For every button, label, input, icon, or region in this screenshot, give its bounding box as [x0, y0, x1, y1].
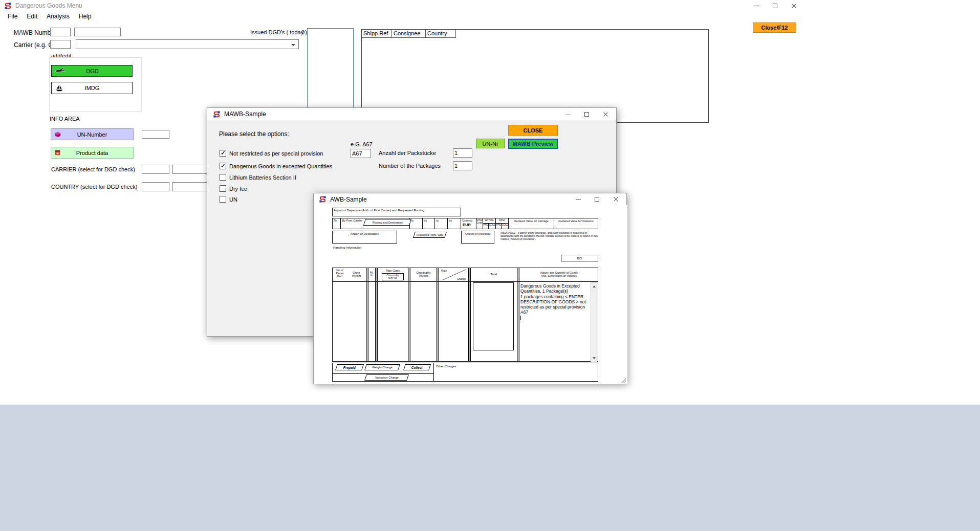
bci-box: BCI: [561, 255, 598, 261]
goods-scrollbar[interactable]: [591, 282, 597, 362]
airport-destination-label: Airport of Destination: [333, 231, 397, 235]
dgd-button[interactable]: DGD: [51, 65, 133, 77]
scroll-down-button[interactable]: [591, 355, 597, 362]
valuation-charge-tab: Valuation Charge: [364, 374, 409, 381]
valuation-charge-label: Valuation Charge: [375, 376, 399, 379]
airport-destination-box: Airport of Destination: [332, 231, 397, 244]
anzahl-packstuecke-input[interactable]: [453, 148, 472, 158]
mawb-dialog-controls: [558, 108, 615, 120]
column-header-consignee[interactable]: Consignee: [392, 30, 426, 38]
coll-label: COLL: [489, 224, 495, 229]
checkbox-un[interactable]: [220, 196, 226, 203]
other-label: Other: [496, 218, 508, 222]
charges-divider: [433, 363, 434, 381]
prepaid-label: Prepaid: [343, 366, 356, 369]
maximize-button[interactable]: [766, 0, 785, 11]
product-box-icon: [54, 149, 61, 156]
menu-file[interactable]: File: [3, 12, 22, 21]
provision-input[interactable]: [351, 149, 371, 158]
maximize-button[interactable]: [577, 108, 596, 120]
window-title: AWB-Sample: [330, 196, 367, 203]
close-icon: [603, 112, 608, 117]
column-header-country[interactable]: Country: [426, 30, 456, 38]
header-divider-line: [333, 281, 598, 282]
by-small-label: by: [423, 218, 434, 222]
scroll-up-button[interactable]: [591, 283, 597, 290]
routing-destination-tab: Routing and Destination: [363, 219, 411, 226]
issued-dgd-listbox[interactable]: [307, 28, 354, 108]
resize-grip[interactable]: [621, 378, 626, 383]
checkbox-not-restricted[interactable]: [220, 150, 226, 157]
anzahl-packstuecke-label: Anzahl der Packstücke: [379, 150, 436, 156]
routing-row: To By First Carrier to by to by Currency…: [332, 218, 598, 229]
minimize-button[interactable]: [558, 108, 577, 120]
checkbox-lithium-batteries[interactable]: [220, 174, 226, 181]
main-window-controls: [747, 0, 803, 11]
goods-description-text: Dangerous Goods in Excepted Quantities, …: [520, 283, 587, 315]
requested-flight-tab: Requested Flight / Date: [413, 232, 447, 238]
close-icon: [613, 196, 619, 202]
bci-label: BCI: [577, 257, 582, 260]
main-title-bar[interactable]: Dangerous Goods Menu: [0, 0, 980, 11]
checkbox-excepted-quantities-label: Dangerous Goods in excepted Quantities: [229, 163, 332, 169]
close-button[interactable]: [596, 108, 615, 120]
issued-dgd-count: 0: [301, 29, 304, 35]
to-label: To: [333, 218, 340, 222]
routing-destination-label: Routing and Destination: [373, 221, 403, 224]
imdg-button[interactable]: IMDG: [51, 82, 133, 94]
menu-analysis[interactable]: Analysis: [42, 12, 74, 21]
example-provision-label: e.G. A67: [351, 141, 373, 147]
close-button[interactable]: [606, 193, 625, 205]
column-header-chargeable-weight: Chargeable Weight: [410, 271, 437, 277]
carrier-combobox[interactable]: [76, 39, 299, 49]
carrier-check-code-input[interactable]: [142, 165, 169, 174]
chgs-code-label: CHGS Code: [476, 218, 483, 224]
carrier-code-input[interactable]: [50, 40, 71, 49]
coll-label: COLL: [502, 224, 508, 229]
un-nr-button[interactable]: UN-Nr: [476, 139, 505, 148]
airport-departure-label: Airport of Departure (Addr. of First Car…: [333, 208, 461, 212]
mawb-number-input[interactable]: [74, 28, 121, 36]
minimize-button[interactable]: [569, 193, 587, 205]
minimize-button[interactable]: [747, 0, 766, 11]
un-number-input[interactable]: [142, 130, 169, 139]
scrollbar-track[interactable]: [591, 290, 597, 355]
un-number-button[interactable]: UN-Number: [51, 128, 134, 140]
goods-description[interactable]: Dangerous Goods in Excepted Quantities, …: [520, 283, 590, 320]
destination-row: Airport of Destination Requested Flight …: [332, 231, 598, 244]
minimize-icon: [754, 6, 759, 6]
mawb-dialog-title-bar[interactable]: MAWB-Sample: [207, 108, 616, 120]
checkbox-un-label: UN: [229, 196, 237, 203]
country-check-code-input[interactable]: [142, 182, 169, 191]
close-f12-button[interactable]: Close/F12: [753, 23, 796, 33]
carrier-check-label: CARRIER (select for DGD check): [51, 166, 135, 172]
checkbox-dry-ice[interactable]: [220, 185, 226, 192]
chevron-down-icon: [291, 44, 295, 46]
insurance-note: INSURANCE - If carrier offers insurance,…: [500, 231, 598, 240]
to-small-label: to: [410, 218, 422, 222]
mawb-preview-button[interactable]: MAWB Preview: [508, 139, 558, 149]
checkbox-excepted-quantities[interactable]: [220, 163, 226, 169]
checkbox-dry-ice-label: Dry Ice: [229, 186, 247, 192]
table-column-separator: [366, 268, 368, 361]
commodity-item-label: Commodity Item No.: [382, 274, 403, 279]
airport-departure-box: Airport of Departure (Addr. of First Car…: [332, 208, 461, 216]
column-header-shipp-ref[interactable]: Shipp.Ref: [362, 30, 392, 38]
checkbox-lithium-batteries-label: Lithium Batteries Section II: [229, 174, 296, 181]
close-button[interactable]: [785, 0, 803, 11]
options-prompt: Please select the options:: [219, 130, 289, 138]
commodity-item-box: Commodity Item No.: [382, 273, 404, 280]
product-data-button[interactable]: Product data: [51, 147, 134, 159]
maximize-button[interactable]: [587, 193, 606, 205]
awb-window-title-bar[interactable]: AWB-Sample: [314, 193, 626, 205]
column-header-pieces: No. of Pieces RCP: [333, 269, 347, 278]
country-check-label: COUNTRY (select for DGD check): [51, 184, 137, 190]
menu-edit[interactable]: Edit: [22, 12, 42, 21]
menu-help[interactable]: Help: [74, 12, 96, 21]
mawb-prefix-input[interactable]: [50, 28, 71, 36]
dialog-close-button[interactable]: CLOSE: [508, 125, 558, 136]
column-header-rate-class: Rate Class: [378, 269, 408, 272]
number-of-packages-input[interactable]: [453, 161, 472, 170]
un-box-icon: [54, 131, 61, 138]
weight-charge-label: Weight Charge: [372, 366, 393, 369]
